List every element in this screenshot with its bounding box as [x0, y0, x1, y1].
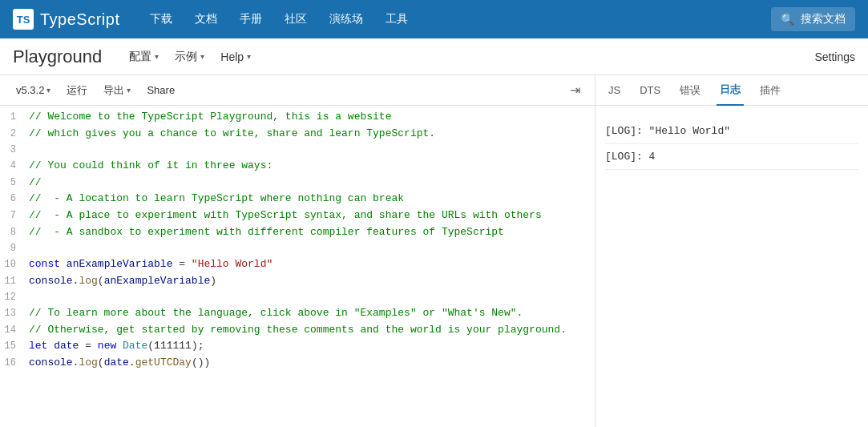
line-content: const anExampleVariable = "Hello World": [29, 256, 273, 273]
output-panel: JS DTS 错误 日志 插件 [LOG]: "Hello World"[LOG…: [595, 75, 868, 427]
line-content: // - A place to experiment with TypeScri…: [29, 207, 542, 224]
log-entry: [LOG]: 4: [605, 144, 858, 170]
main-content: v5.3.2 ▾ 运行 导出 ▾ Share ⇥ 1// Welcome to …: [0, 75, 868, 427]
chevron-down-icon: ▾: [200, 52, 204, 61]
line-content: // To learn more about the language, cli…: [29, 305, 523, 322]
code-line: 13// To learn more about the language, c…: [0, 305, 595, 322]
line-number: 3: [0, 143, 29, 158]
line-number: 12: [0, 290, 29, 305]
editor-toolbar: v5.3.2 ▾ 运行 导出 ▾ Share ⇥: [0, 75, 595, 106]
code-line: 6// - A location to learn TypeScript whe…: [0, 191, 595, 207]
code-line: 14// Otherwise, get started by removing …: [0, 322, 595, 339]
examples-menu[interactable]: 示例 ▾: [167, 46, 212, 67]
line-content: // Otherwise, get started by removing th…: [29, 322, 567, 339]
code-line: 8// - A sandbox to experiment with diffe…: [0, 224, 595, 241]
export-button[interactable]: 导出 ▾: [97, 81, 137, 100]
line-number: 15: [0, 339, 29, 354]
editor-panel: v5.3.2 ▾ 运行 导出 ▾ Share ⇥ 1// Welcome to …: [0, 75, 595, 427]
tab-dts[interactable]: DTS: [636, 75, 664, 106]
chevron-down-icon: ▾: [155, 52, 159, 61]
code-line: 2// which gives you a chance to write, s…: [0, 126, 595, 143]
code-line: 5//: [0, 175, 595, 191]
help-menu[interactable]: Help ▾: [212, 47, 259, 66]
line-number: 5: [0, 175, 29, 191]
line-number: 13: [0, 306, 29, 321]
settings-button[interactable]: Settings: [814, 50, 855, 63]
output-tabs: JS DTS 错误 日志 插件: [595, 75, 868, 106]
ts-badge: TS: [13, 9, 34, 30]
run-button[interactable]: 运行: [60, 81, 94, 100]
code-line: 4// You could think of it in three ways:: [0, 158, 595, 175]
line-content: // Welcome to the TypeScript Playground,…: [29, 109, 391, 126]
code-line: 10const anExampleVariable = "Hello World…: [0, 256, 595, 273]
code-line: 3: [0, 143, 595, 158]
line-content: console.log(date.getUTCDay()): [29, 355, 210, 372]
tab-logs[interactable]: 日志: [717, 75, 744, 106]
line-number: 10: [0, 257, 29, 272]
output-content: [LOG]: "Hello World"[LOG]: 4: [595, 106, 868, 427]
search-icon: 🔍: [781, 13, 794, 26]
line-content: // which gives you a chance to write, sh…: [29, 126, 435, 143]
line-number: 16: [0, 356, 29, 371]
line-number: 4: [0, 159, 29, 174]
line-number: 7: [0, 208, 29, 224]
share-button[interactable]: Share: [140, 82, 181, 99]
nav-community[interactable]: 社区: [273, 0, 318, 38]
search-label: 搜索文档: [801, 12, 846, 26]
nav-handbook[interactable]: 手册: [228, 0, 273, 38]
line-content: //: [29, 175, 42, 191]
line-content: // - A location to learn TypeScript wher…: [29, 191, 404, 207]
collapse-button[interactable]: ⇥: [565, 80, 585, 100]
tab-plugins[interactable]: 插件: [757, 75, 784, 106]
nav-tools[interactable]: 工具: [374, 0, 419, 38]
line-number: 8: [0, 225, 29, 240]
line-number: 2: [0, 127, 29, 142]
version-selector[interactable]: v5.3.2 ▾: [10, 82, 57, 99]
nav-docs[interactable]: 文档: [184, 0, 228, 38]
code-line: 1// Welcome to the TypeScript Playground…: [0, 109, 595, 126]
code-line: 12: [0, 290, 595, 305]
code-line: 16console.log(date.getUTCDay()): [0, 355, 595, 372]
code-line: 7// - A place to experiment with TypeScr…: [0, 207, 595, 224]
line-number: 9: [0, 241, 29, 256]
code-line: 11console.log(anExampleVariable): [0, 273, 595, 290]
line-number: 14: [0, 323, 29, 338]
line-number: 11: [0, 274, 29, 289]
line-number: 1: [0, 110, 29, 125]
chevron-down-icon: ▾: [46, 86, 50, 95]
search-area[interactable]: 🔍 搜索文档: [771, 7, 855, 31]
line-content: let date = new Date(111111);: [29, 338, 204, 355]
chevron-down-icon: ▾: [127, 86, 131, 95]
site-title: TypeScript: [40, 10, 119, 29]
tab-js[interactable]: JS: [605, 75, 624, 106]
log-entry: [LOG]: "Hello World": [605, 119, 858, 144]
line-content: console.log(anExampleVariable): [29, 273, 216, 290]
config-menu[interactable]: 配置 ▾: [121, 46, 167, 67]
page-title: Playground: [13, 46, 102, 67]
nav-download[interactable]: 下载: [139, 0, 184, 38]
tab-errors[interactable]: 错误: [676, 75, 704, 106]
line-number: 6: [0, 191, 29, 207]
line-content: // You could think of it in three ways:: [29, 158, 273, 175]
code-line: 9: [0, 241, 595, 256]
chevron-down-icon: ▾: [247, 52, 251, 61]
logo-area: TS TypeScript: [13, 9, 119, 30]
top-navigation: TS TypeScript 下载 文档 手册 社区 演练场 工具 🔍 搜索文档: [0, 0, 868, 38]
secondary-bar: Playground 配置 ▾ 示例 ▾ Help ▾ Settings: [0, 38, 868, 75]
line-content: // - A sandbox to experiment with differ…: [29, 224, 504, 241]
nav-playground[interactable]: 演练场: [318, 0, 374, 38]
code-line: 15let date = new Date(111111);: [0, 338, 595, 355]
code-editor[interactable]: 1// Welcome to the TypeScript Playground…: [0, 106, 595, 427]
